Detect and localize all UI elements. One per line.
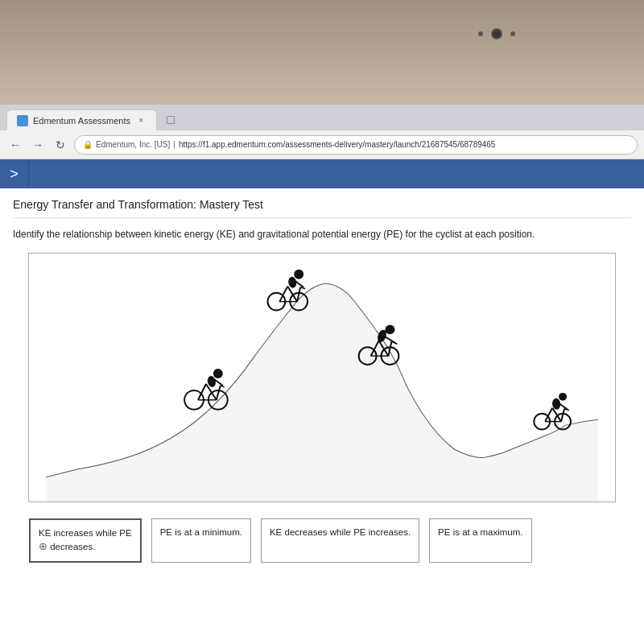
- new-tab-button[interactable]: □: [160, 109, 181, 130]
- forward-button[interactable]: →: [29, 136, 47, 154]
- tab-close-button[interactable]: ×: [135, 115, 147, 126]
- answer-option-4[interactable]: PE is at a maximum.: [429, 518, 531, 564]
- page-title: Energy Transfer and Transformation: Mast…: [13, 198, 631, 218]
- svg-point-10: [213, 369, 223, 378]
- address-input[interactable]: 🔒 Edmentum, Inc. [US] | https://f1.app.e…: [74, 135, 638, 155]
- address-text: |: [173, 140, 175, 149]
- answer-text-3: KE decreases while PE increases.: [270, 527, 411, 537]
- energy-diagram: [29, 254, 615, 502]
- url-text: https://f1.app.edmentum.com/assessments-…: [179, 140, 496, 149]
- laptop-bezel: [0, 0, 644, 105]
- webcam: [491, 28, 502, 39]
- answer-move-cursor: ⊕: [39, 539, 47, 555]
- sidebar-toggle-button[interactable]: >: [0, 159, 29, 188]
- camera-area: [478, 28, 515, 39]
- svg-point-30: [385, 324, 394, 334]
- camera-indicator: [478, 31, 483, 36]
- answer-text-1: KE increases while PE: [39, 528, 132, 538]
- answer-options-container: KE increases while PE ⊕ decreases. PE is…: [13, 518, 631, 564]
- diagram-box: [28, 253, 616, 502]
- tab-favicon: [17, 115, 28, 126]
- main-content: Energy Transfer and Transformation: Mast…: [0, 188, 644, 644]
- svg-point-20: [294, 270, 303, 279]
- answer-text-1b: decreases.: [50, 542, 95, 551]
- svg-point-40: [559, 393, 567, 401]
- nav-row: >: [0, 159, 644, 188]
- lock-icon: 🔒: [83, 140, 93, 149]
- site-info: Edmentum, Inc. [US]: [96, 140, 170, 149]
- tab-label: Edmentum Assessments: [33, 116, 130, 126]
- answer-option-2[interactable]: PE is at a minimum.: [151, 518, 251, 564]
- answer-option-3[interactable]: KE decreases while PE increases.: [261, 518, 419, 564]
- answer-option-1[interactable]: KE increases while PE ⊕ decreases.: [29, 518, 142, 564]
- refresh-button[interactable]: ↻: [52, 136, 69, 154]
- tab-bar: Edmentum Assessments × □: [0, 105, 644, 130]
- address-bar: ← → ↻ 🔒 Edmentum, Inc. [US] | https://f1…: [0, 130, 644, 159]
- back-button[interactable]: ←: [6, 136, 24, 154]
- browser-window: Edmentum Assessments × □ ← → ↻ 🔒 Edmentu…: [0, 105, 644, 644]
- active-tab[interactable]: Edmentum Assessments ×: [6, 109, 157, 130]
- answer-text-4: PE is at a maximum.: [438, 527, 522, 537]
- question-text: Identify the relationship between kineti…: [13, 228, 631, 242]
- answer-text-2: PE is at a minimum.: [160, 527, 242, 537]
- camera-indicator-2: [510, 31, 515, 36]
